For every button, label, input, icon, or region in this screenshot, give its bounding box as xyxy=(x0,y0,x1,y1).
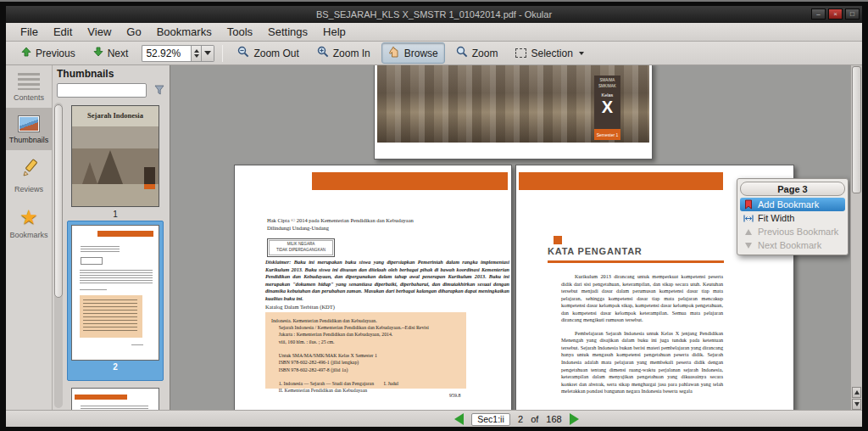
thumbnail-filter-input[interactable] xyxy=(57,83,147,98)
fit-width-label: Fit Width xyxy=(758,213,794,223)
thumbnail-scrollbar-slider[interactable] xyxy=(54,104,63,298)
zoom-level-combobox[interactable]: 52.92% xyxy=(142,45,214,62)
menu-item-next-bookmark[interactable]: Next Bookmark xyxy=(740,238,845,252)
context-menu: Page 3 Add Bookmark Fit Width Previous B… xyxy=(737,178,849,255)
menu-help[interactable]: Help xyxy=(315,23,353,41)
scroll-up-button[interactable] xyxy=(852,387,861,398)
cover-badge: SMA/MA SMK/MAK Kelas X Semester 1 xyxy=(594,76,620,140)
previous-button[interactable]: Previous xyxy=(14,43,82,63)
window-title: BS_SEJARAH_KLS X_SMSTR 1_01042014.pdf - … xyxy=(316,9,552,20)
preview-text-lines xyxy=(80,270,153,284)
zoom-spinner[interactable] xyxy=(191,45,202,62)
sidebar-iconbar: Contents Thumbnails Reviews ★ Bookmarks xyxy=(6,65,53,410)
menu-item-add-bookmark[interactable]: Add Bookmark xyxy=(740,198,845,211)
disclaimer-text: Disklaimer: Buku ini merupakan buku sisw… xyxy=(265,259,509,302)
preview-orange-bar xyxy=(75,395,127,400)
thumbnail-page-3[interactable] xyxy=(71,388,159,410)
preview-text-lines xyxy=(80,289,107,292)
zoom-out-label: Zoom Out xyxy=(253,48,298,59)
temple-silhouette xyxy=(97,150,123,184)
pdf-page-1[interactable]: SMA/MA SMK/MAK Kelas X Semester 1 xyxy=(374,65,653,160)
contents-label: Contents xyxy=(14,93,44,102)
page-label-input[interactable] xyxy=(471,413,510,426)
zoom-tool-button[interactable]: Zoom xyxy=(449,42,505,64)
sidebar-item-bookmarks[interactable]: ★ Bookmarks xyxy=(6,199,52,245)
filter-button[interactable] xyxy=(151,83,167,98)
page3-text-column: Kurikulum 2013 dirancang untuk memperkua… xyxy=(561,273,723,401)
thumbnails-label: Thumbnails xyxy=(9,136,49,144)
sidebar-item-contents[interactable]: Contents xyxy=(6,65,52,108)
bookmark-icon xyxy=(743,199,754,210)
heading-bullet xyxy=(554,236,562,244)
selection-label: Selection xyxy=(531,48,572,59)
zoom-value[interactable]: 52.92% xyxy=(142,45,191,62)
maximize-button[interactable]: □ xyxy=(845,8,860,20)
milik-negara-box: MILIK NEGARA TIDAK DIPERDAGANGKAN xyxy=(267,238,335,257)
arrow-up-icon xyxy=(21,47,31,59)
sidebar-item-thumbnails[interactable]: Thumbnails xyxy=(6,108,52,150)
menu-edit[interactable]: Edit xyxy=(46,23,80,41)
page-navigation: 2 of 168 xyxy=(454,411,579,428)
funnel-icon xyxy=(154,83,164,98)
thumbnails-panel: Thumbnails Sejarah Indonesia 1 xyxy=(53,65,170,410)
vertical-scrollbar[interactable] xyxy=(850,65,862,410)
thumbnail-page-2-preview xyxy=(71,225,159,361)
menu-view[interactable]: View xyxy=(80,23,119,41)
down-arrow-icon xyxy=(854,402,860,406)
okular-window: BS_SEJARAH_KLS X_SMSTR 1_01042014.pdf - … xyxy=(0,0,868,431)
chevron-down-icon xyxy=(579,52,584,55)
page3-paragraph-1: Kurikulum 2013 dirancang untuk memperkua… xyxy=(561,273,723,324)
thumbnail-page-2-selected[interactable]: 2 xyxy=(67,221,164,381)
arrow-down-icon xyxy=(93,47,103,59)
menu-settings[interactable]: Settings xyxy=(260,23,315,41)
sidebar-item-reviews[interactable]: Reviews xyxy=(6,150,52,199)
zoom-tool-label: Zoom xyxy=(472,48,498,59)
badge-semester: Semester 1 xyxy=(594,129,620,140)
hand-icon xyxy=(388,46,400,60)
menu-item-previous-bookmark[interactable]: Previous Bookmark xyxy=(740,225,845,238)
previous-page-button[interactable] xyxy=(454,413,464,425)
pdf-page-2[interactable]: Hak Cipta © 2014 pada Kementerian Pendid… xyxy=(234,165,512,410)
menu-item-fit-width[interactable]: Fit Width xyxy=(740,211,845,225)
vertical-scrollbar-slider[interactable] xyxy=(852,66,861,193)
badge-school-text: SMA/MA SMK/MAK xyxy=(598,78,616,90)
thumbnail-cover-title: Sejarah Indonesia xyxy=(72,111,159,120)
kata-pengantar-heading: KATA PENGANTAR xyxy=(548,246,643,256)
title-bar[interactable]: BS_SEJARAH_KLS X_SMSTR 1_01042014.pdf - … xyxy=(6,6,862,23)
selection-icon xyxy=(515,48,526,58)
page2-orange-bar xyxy=(312,172,508,190)
thumbnail-scrollbar[interactable] xyxy=(54,103,63,408)
main-toolbar: Previous Next 52.92% Zoom Out Zoom In Br… xyxy=(6,42,862,65)
bookmarks-label: Bookmarks xyxy=(9,231,47,239)
next-page-button[interactable] xyxy=(570,413,579,425)
thumbnails-panel-title: Thumbnails xyxy=(57,68,114,80)
add-bookmark-label: Add Bookmark xyxy=(758,199,819,210)
menu-tools[interactable]: Tools xyxy=(220,23,260,41)
zoom-out-button[interactable]: Zoom Out xyxy=(231,42,305,64)
menu-bookmarks[interactable]: Bookmarks xyxy=(149,23,220,41)
minimize-button[interactable]: – xyxy=(811,8,826,20)
menu-go[interactable]: Go xyxy=(119,23,148,41)
badge-kelas-value: X xyxy=(602,98,613,116)
up-arrow-icon xyxy=(743,229,754,235)
preview-kdt-box xyxy=(80,295,142,338)
current-page-number: 2 xyxy=(518,414,523,424)
selection-button[interactable]: Selection xyxy=(509,44,590,63)
up-arrow-icon xyxy=(854,390,860,395)
next-label: Next xyxy=(108,48,129,59)
browse-button[interactable]: Browse xyxy=(381,42,445,64)
scroll-down-button[interactable] xyxy=(852,399,861,410)
pencil-icon xyxy=(19,158,39,182)
thumbnail-number-2: 2 xyxy=(71,362,159,372)
zoom-dropdown-arrow[interactable] xyxy=(202,45,214,62)
previous-bookmark-label: Previous Bookmark xyxy=(758,227,838,237)
kdt-box: Indonesia. Kementerian Pendidikan dan Ke… xyxy=(265,312,466,389)
thumbnail-page-1[interactable]: Sejarah Indonesia xyxy=(71,105,159,207)
menu-file[interactable]: File xyxy=(13,23,46,41)
zoom-in-button[interactable]: Zoom In xyxy=(310,42,377,64)
document-view[interactable]: SMA/MA SMK/MAK Kelas X Semester 1 Hak Ci… xyxy=(170,65,850,410)
magnifier-plus-icon xyxy=(317,46,329,60)
page3-orange-bar xyxy=(519,172,723,190)
next-button[interactable]: Next xyxy=(86,43,136,63)
close-button[interactable]: × xyxy=(828,8,843,20)
